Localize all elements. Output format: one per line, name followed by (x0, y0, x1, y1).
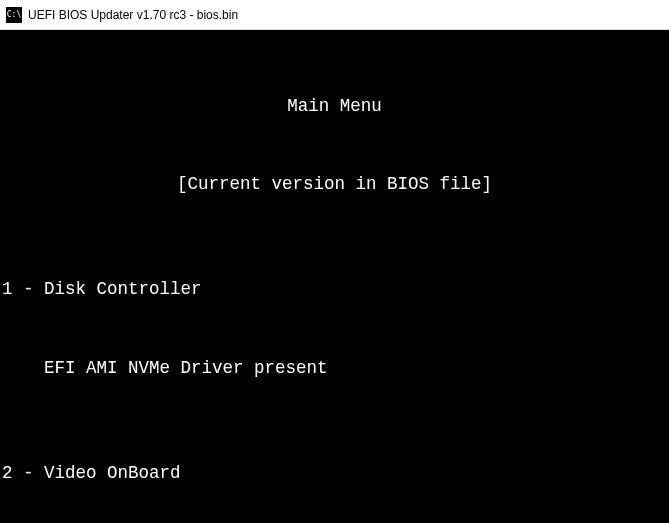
terminal-viewport: Main Menu [Current version in BIOS file]… (0, 30, 669, 523)
disk-controller-sub-nvme: EFI AMI NVMe Driver present (2, 355, 667, 381)
menu-item-disk-controller[interactable]: 1 - Disk Controller (2, 276, 667, 302)
titlebar[interactable]: C:\ UEFI BIOS Updater v1.70 rc3 - bios.b… (0, 0, 669, 30)
app-window: C:\ UEFI BIOS Updater v1.70 rc3 - bios.b… (0, 0, 669, 523)
menu-item-video-onboard[interactable]: 2 - Video OnBoard (2, 460, 667, 486)
menu-title: Main Menu (2, 93, 667, 119)
menu-subtitle: [Current version in BIOS file] (2, 171, 667, 197)
window-title: UEFI BIOS Updater v1.70 rc3 - bios.bin (28, 8, 238, 22)
app-icon: C:\ (6, 7, 22, 23)
